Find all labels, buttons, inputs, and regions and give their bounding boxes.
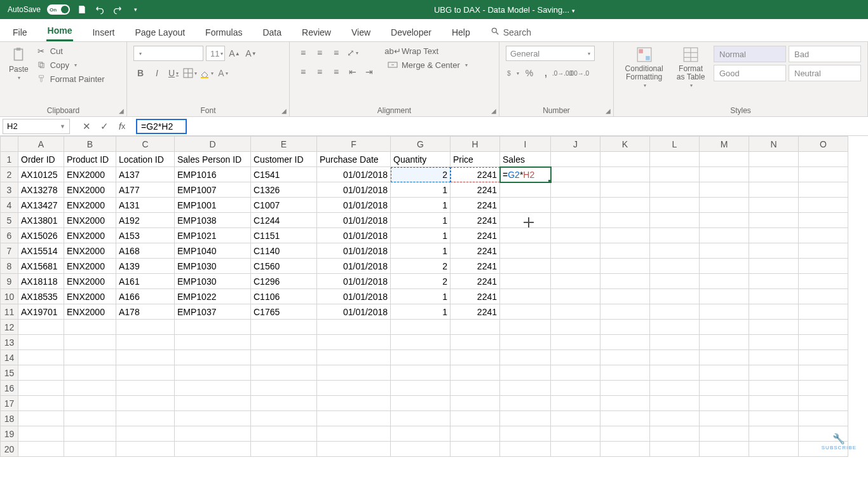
cell[interactable] (551, 335, 600, 350)
cell[interactable] (500, 396, 551, 411)
cell[interactable] (749, 320, 799, 335)
cell[interactable] (175, 381, 251, 396)
enter-formula-button[interactable]: ✓ (95, 118, 113, 135)
cell[interactable]: EMP1030 (175, 259, 251, 274)
cell[interactable]: Customer ID (251, 152, 317, 167)
cell[interactable]: EMP1022 (175, 289, 251, 304)
cell[interactable] (64, 411, 116, 426)
cell[interactable]: ENX2000 (64, 228, 116, 243)
save-icon[interactable] (76, 4, 88, 15)
cell[interactable] (551, 396, 600, 411)
cell[interactable] (799, 350, 848, 365)
qat-customize-icon[interactable]: ▾ (130, 4, 141, 15)
cell[interactable] (551, 152, 600, 167)
cell[interactable] (650, 365, 700, 381)
cell[interactable]: EMP1007 (175, 182, 251, 198)
cell[interactable]: 01/01/2018 (317, 182, 391, 198)
cell[interactable]: C1326 (251, 182, 317, 198)
cell[interactable] (391, 365, 451, 381)
cell[interactable] (251, 442, 317, 457)
cell[interactable] (500, 411, 551, 426)
cell[interactable] (799, 228, 848, 243)
cell[interactable]: 01/01/2018 (317, 289, 391, 304)
cell[interactable] (317, 350, 391, 365)
cell[interactable] (391, 350, 451, 365)
cell[interactable] (18, 335, 64, 350)
cell[interactable]: ENX2000 (64, 243, 116, 259)
cell[interactable] (500, 274, 551, 289)
cell[interactable] (799, 182, 848, 198)
cell[interactable] (551, 274, 600, 289)
tab-developer[interactable]: Developer (390, 24, 433, 41)
cell[interactable] (600, 198, 650, 213)
cell[interactable] (749, 304, 799, 320)
cell[interactable] (116, 320, 175, 335)
cell[interactable] (116, 426, 175, 442)
cell[interactable] (116, 411, 175, 426)
cell[interactable] (500, 426, 551, 442)
cell[interactable] (650, 426, 700, 442)
cell[interactable] (500, 335, 551, 350)
cell[interactable] (650, 381, 700, 396)
cell[interactable] (600, 426, 650, 442)
cell[interactable] (799, 304, 848, 320)
cell[interactable]: AX18535 (18, 289, 64, 304)
cell[interactable] (116, 381, 175, 396)
cell[interactable] (551, 365, 600, 381)
cell[interactable] (451, 335, 500, 350)
cell[interactable] (391, 335, 451, 350)
cell[interactable] (600, 365, 650, 381)
cell[interactable] (317, 411, 391, 426)
cell[interactable] (700, 152, 749, 167)
cell[interactable] (64, 442, 116, 457)
row-header[interactable]: 14 (1, 350, 18, 365)
cell[interactable] (700, 381, 749, 396)
cell[interactable] (650, 152, 700, 167)
cell[interactable]: EMP1037 (175, 304, 251, 320)
cell[interactable] (650, 243, 700, 259)
tab-insert[interactable]: Insert (91, 24, 116, 41)
cell[interactable]: AX18118 (18, 274, 64, 289)
cell[interactable] (451, 350, 500, 365)
cell[interactable]: =G2*H2 (500, 167, 551, 182)
orientation-icon[interactable]: ⤢▾ (346, 46, 360, 60)
style-neutral[interactable]: Neutral (789, 65, 861, 81)
cell[interactable] (18, 381, 64, 396)
cell[interactable]: 2241 (451, 243, 500, 259)
row-header[interactable]: 19 (1, 426, 18, 442)
cell[interactable] (600, 350, 650, 365)
cell[interactable] (600, 259, 650, 274)
cell[interactable] (749, 167, 799, 182)
cell[interactable] (18, 442, 64, 457)
cell[interactable] (451, 426, 500, 442)
cell[interactable]: A137 (116, 167, 175, 182)
cell[interactable] (116, 350, 175, 365)
conditional-formatting-button[interactable]: Conditional Formatting▾ (620, 46, 668, 88)
column-header[interactable]: D (175, 137, 251, 152)
cell[interactable] (251, 365, 317, 381)
cell[interactable] (175, 426, 251, 442)
tab-search[interactable]: Search (489, 23, 532, 41)
cell[interactable]: 01/01/2018 (317, 167, 391, 182)
cell[interactable] (600, 152, 650, 167)
cell[interactable] (799, 320, 848, 335)
cell[interactable] (799, 152, 848, 167)
cell[interactable] (749, 365, 799, 381)
cell[interactable]: A178 (116, 304, 175, 320)
cell[interactable] (317, 335, 391, 350)
select-all-corner[interactable] (1, 137, 18, 152)
cell[interactable] (317, 396, 391, 411)
spreadsheet-grid[interactable]: ABCDEFGHIJKLMNO1Order IDProduct IDLocati… (0, 136, 868, 457)
cell[interactable] (700, 259, 749, 274)
column-header[interactable]: O (799, 137, 848, 152)
column-header[interactable]: C (116, 137, 175, 152)
cell[interactable] (64, 381, 116, 396)
cell[interactable] (799, 243, 848, 259)
cell[interactable] (700, 320, 749, 335)
cell[interactable] (500, 289, 551, 304)
cell[interactable] (175, 396, 251, 411)
cell[interactable] (391, 396, 451, 411)
cell[interactable] (391, 320, 451, 335)
formula-input[interactable]: =G2*H2 (131, 119, 868, 134)
cell[interactable] (175, 365, 251, 381)
